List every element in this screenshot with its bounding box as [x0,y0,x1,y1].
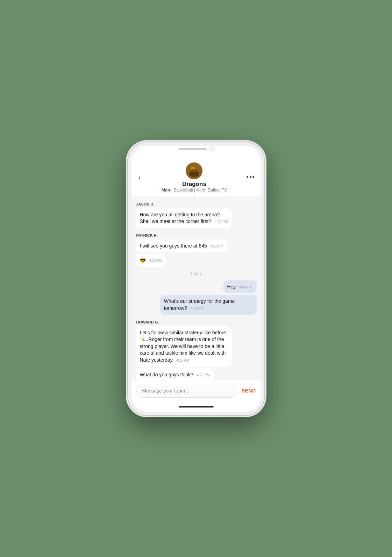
message-text: How are you all getting to the arena? Sh… [140,212,220,224]
message-time: 4:23 PM [211,244,223,248]
send-button[interactable]: SEND [242,388,256,394]
message-bubble2: What do you guys think? 4:16 PM [136,368,214,380]
phone-device: ‹ Dragons Mon | [128,142,264,415]
patrick1-messages: I will see you guys there at 645 4:23 PM… [136,239,257,267]
message-bubble-emoji: 😎 4:23 PM [136,254,166,267]
more-options-button[interactable]: ••• [247,174,255,181]
home-bar [131,402,261,412]
home-indicator [179,406,214,408]
outgoing-messages: Hey 4:00 PM What's our strategy for the … [136,280,257,315]
message-text: Hey [227,284,236,290]
subtitle-day: Mon [162,188,170,193]
phone-screen: ‹ Dragons Mon | [131,146,261,412]
howard-messages: Let's follow a similar strategy like bef… [136,326,257,380]
header-center: Dragons Mon | Basketball | North Dallas,… [162,162,227,193]
message-text: What do you guys think? [140,372,193,377]
sender-label-jason: JASON H. [136,202,257,206]
message-emoji: 😎 [140,257,146,263]
message-text: I will see you guys there at 645 [140,243,207,249]
team-avatar [186,162,202,179]
message-time: 4:00 PM [239,285,252,289]
chat-header: ‹ Dragons Mon | [131,160,261,197]
message-time: 4:23 PM [215,220,228,224]
message-text: Let's follow a similar strategy like bef… [140,330,226,363]
input-bar: SEND [131,380,261,402]
message-time: 4:15 PM [176,358,189,362]
notch-camera [209,147,214,151]
message-input[interactable] [136,384,238,398]
message-time: 4:16 PM [197,373,210,377]
header-row: ‹ Dragons Mon | [137,162,255,193]
sender-label-patrick1: PATRICK R. [136,233,257,237]
status-bar [131,146,261,160]
message-bubble: I will see you guys there at 645 4:23 PM [136,239,228,253]
sender-label-howard: HOWARD G. [136,320,257,324]
chat-messages-area: JASON H. How are you all getting to the … [131,197,261,380]
notch-pill [179,148,207,150]
message-bubble-outgoing2: What's our strategy for the game tomorro… [160,295,257,315]
team-name: Dragons [182,181,206,188]
message-time: 4:01 PM [191,307,204,311]
subtitle-details: Basketball | North Dallas, TX [173,188,227,193]
message-bubble: Let's follow a similar strategy like bef… [136,326,233,367]
back-button[interactable]: ‹ [137,172,142,183]
header-subtitle: Mon | Basketball | North Dallas, TX [162,188,227,193]
jason-messages: How are you all getting to the arena? Sh… [136,208,257,228]
message-bubble: How are you all getting to the arena? Sh… [136,208,233,228]
message-bubble-outgoing: Hey 4:00 PM [223,280,256,294]
date-divider: Today [136,271,257,276]
message-time: 4:23 PM [149,259,162,263]
phone-notch [179,147,214,151]
